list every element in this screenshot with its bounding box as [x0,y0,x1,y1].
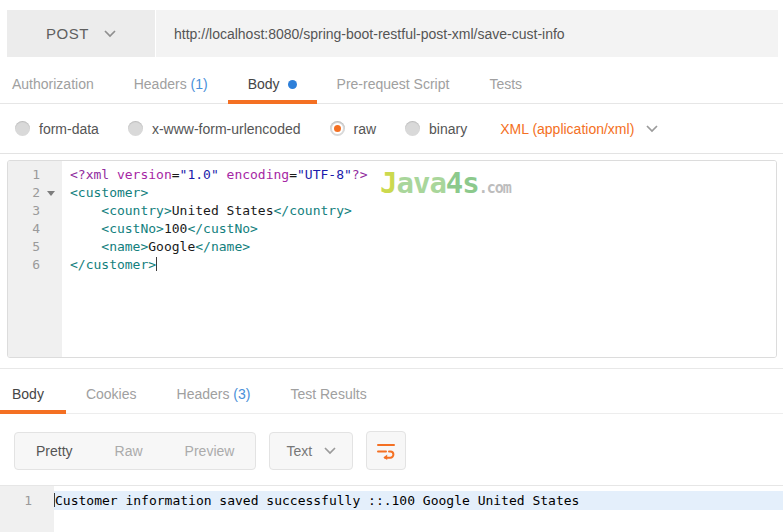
code-token [219,167,227,182]
body-type-option-form-data[interactable]: form-data [15,121,99,137]
gutter-row: 1 [0,491,54,510]
watermark-suffix: .com [479,179,511,197]
code-token: </country> [274,203,352,218]
code-token: <?xml [70,167,117,182]
response-tab-test-results[interactable]: Test Results [270,386,386,413]
response-tab-label: Cookies [86,386,137,402]
code-token: = [289,167,297,182]
code-line: </customer> [70,256,776,274]
request-tab-pre-request-script[interactable]: Pre-request Script [317,76,470,103]
request-tab-label: Pre-request Script [337,76,450,92]
body-type-option-binary[interactable]: binary [405,121,467,137]
chevron-down-icon [324,447,336,455]
body-type-options: form-datax-www-form-urlencodedrawbinary [15,121,496,137]
tab-count-badge: (1) [187,76,208,92]
line-number: 1 [0,491,32,510]
response-line: Customer information saved successfully … [54,491,783,510]
code-token: <country> [101,203,171,218]
line-number: 1 [8,166,40,184]
code-line: <name>Google</name> [70,238,776,256]
code-token: 100 [164,221,187,236]
radio-button-icon [405,121,420,136]
request-tabs: AuthorizationHeaders (1)BodyPre-request … [0,70,783,104]
body-type-option-x-www-form-urlencoded[interactable]: x-www-form-urlencoded [128,121,301,137]
line-number: 5 [8,238,40,256]
line-number: 4 [8,220,40,238]
view-button-raw[interactable]: Raw [94,433,164,469]
url-text: http://localhost:8080/spring-boot-restfu… [174,26,565,42]
tab-count-badge: (3) [229,386,250,402]
code-token: <name> [101,239,148,254]
code-token: United States [172,203,274,218]
content-type-select[interactable]: XML (application/xml) [500,121,658,137]
response-tab-label: Test Results [290,386,366,402]
line-number: 6 [8,256,40,274]
body-type-option-label: raw [354,121,377,137]
response-body-viewer[interactable]: 1 Customer information saved successfull… [0,485,783,532]
request-tab-authorization[interactable]: Authorization [12,76,114,103]
response-format-select[interactable]: Text [269,432,353,470]
request-body-editor[interactable]: 123456 <?xml version="1.0" encoding="UTF… [7,160,777,358]
request-tab-label: Authorization [12,76,94,92]
request-tab-body[interactable]: Body [228,76,317,103]
gutter-row: 3 [8,202,62,220]
radio-button-icon [128,121,143,136]
request-tab-label: Body [248,76,280,92]
text-cursor [156,257,157,271]
code-token: "1.0" [180,167,219,182]
code-token: </custNo> [187,221,257,236]
wrap-text-icon [376,442,396,460]
body-type-option-raw[interactable]: raw [330,121,377,137]
line-number: 2 [8,184,40,202]
code-token: "UTF-8" [297,167,352,182]
radio-button-icon [330,121,345,136]
gutter-row: 2 [8,184,62,202]
gutter-row: 5 [8,238,62,256]
request-url-bar: POST http://localhost:8080/spring-boot-r… [7,10,778,57]
response-format-label: Text [286,443,312,459]
response-text: Customer information saved successfully … [55,493,579,508]
chevron-down-icon [646,125,658,133]
view-button-pretty[interactable]: Pretty [15,433,94,469]
response-tabs: BodyCookiesHeaders (3)Test Results [0,369,783,414]
code-token: </customer> [70,257,156,272]
body-type-row: form-datax-www-form-urlencodedrawbinary … [0,104,783,154]
request-tab-headers[interactable]: Headers (1) [114,76,228,103]
chevron-down-icon [104,30,116,38]
code-token [70,221,101,236]
response-toolbar: PrettyRawPreview Text [0,414,783,485]
code-token: </name> [195,239,250,254]
response-tab-headers[interactable]: Headers (3) [157,386,271,413]
url-input[interactable]: http://localhost:8080/spring-boot-restfu… [156,10,778,57]
response-tab-body[interactable]: Body [0,386,66,413]
response-tab-label: Body [12,386,44,402]
code-line: <country>United States</country> [70,202,776,220]
radio-button-icon [15,121,30,136]
response-gutter: 1 [0,486,54,532]
request-tab-label: Headers [134,76,187,92]
watermark-segment: 4s [446,166,479,200]
view-button-preview[interactable]: Preview [164,433,256,469]
fold-arrow-icon[interactable] [47,191,55,196]
watermark-segment: ava [396,166,445,200]
method-select[interactable]: POST [7,10,155,57]
watermark-segment: J [380,166,396,200]
code-token [70,203,101,218]
wrap-text-button[interactable] [366,431,406,470]
request-tab-tests[interactable]: Tests [469,76,542,103]
gutter-row: 4 [8,220,62,238]
code-token: encoding [227,167,290,182]
response-tab-cookies[interactable]: Cookies [66,386,157,413]
response-code-area[interactable]: Customer information saved successfully … [54,486,783,532]
postman-app: { "colors": { "accent_orange": "#f47023"… [0,0,783,532]
body-type-option-label: form-data [39,121,99,137]
line-number: 3 [8,202,40,220]
fold-gutter [40,191,62,196]
code-token: Google [148,239,195,254]
body-type-option-label: binary [429,121,467,137]
java4s-watermark-logo: Java4s.com [380,169,511,198]
code-token [70,239,101,254]
code-token: = [172,167,180,182]
response-tab-label: Headers [177,386,230,402]
code-token: version [117,167,172,182]
